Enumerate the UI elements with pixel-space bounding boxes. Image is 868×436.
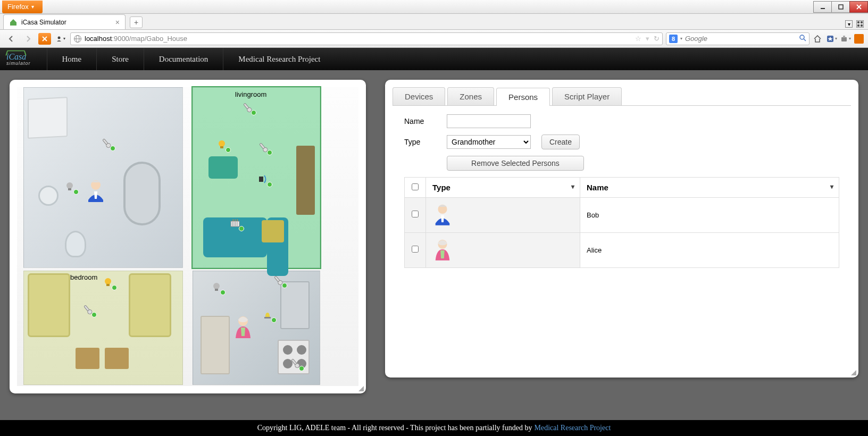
close-window-button[interactable] — [849, 1, 868, 13]
search-box[interactable]: 8 ▾ — [666, 32, 809, 45]
thermometer-icon[interactable] — [288, 356, 302, 370]
floorplan[interactable]: livingroom bedroom — [17, 87, 358, 386]
forward-button[interactable] — [21, 32, 35, 45]
footer-text: Copyright LIG, ADELE team - All right re… — [257, 424, 532, 432]
content-area: livingroom bedroom — [0, 70, 868, 420]
footer: Copyright LIG, ADELE team - All right re… — [0, 420, 868, 436]
xmarks-icon[interactable] — [38, 33, 51, 45]
svg-point-6 — [58, 36, 61, 39]
furniture-shelf — [296, 146, 315, 215]
table-row[interactable]: Alice — [405, 232, 839, 267]
svg-rect-14 — [843, 36, 845, 38]
tab-devices[interactable]: Devices — [393, 87, 445, 105]
svg-rect-25 — [220, 146, 223, 148]
create-button[interactable]: Create — [541, 135, 580, 149]
maximize-button[interactable] — [831, 1, 850, 13]
name-input[interactable] — [447, 114, 531, 128]
svg-point-17 — [66, 182, 73, 189]
type-select[interactable]: Grandmother — [447, 135, 531, 149]
person-grandfather[interactable] — [85, 179, 106, 202]
furniture-cabinet — [28, 97, 68, 139]
tab-close-icon[interactable]: × — [115, 18, 120, 27]
svg-rect-26 — [259, 177, 263, 182]
svg-rect-27 — [231, 221, 239, 227]
search-input[interactable] — [685, 35, 797, 43]
speaker-icon[interactable] — [256, 172, 270, 186]
logo-subtext: simulator — [6, 61, 31, 66]
browser-tab-active[interactable]: iCasa Simulator × — [3, 14, 126, 29]
table-row[interactable]: Bob — [405, 198, 839, 233]
extension-icon[interactable] — [854, 34, 864, 44]
addons-icon[interactable] — [840, 33, 851, 44]
zone-label-bedroom: bedroom — [70, 273, 97, 281]
app-nav: iCasa simulator Home Store Documentation… — [0, 48, 868, 70]
tabs-dropdown-icon[interactable]: ▾ — [845, 20, 853, 28]
chevron-down-icon: ▾ — [830, 183, 833, 190]
tab-zones[interactable]: Zones — [447, 87, 494, 105]
thermometer-icon[interactable] — [81, 303, 95, 316]
minimize-button[interactable] — [813, 1, 832, 13]
furniture-dresser1 — [76, 348, 99, 369]
label-type: Type — [404, 138, 436, 146]
url-bar[interactable]: localhost:9000/map/Gabo_House ☆ ▾ ↻ — [70, 32, 663, 45]
house-icon — [9, 18, 18, 27]
reload-icon[interactable]: ↻ — [654, 35, 660, 43]
url-text: localhost:9000/map/Gabo_House — [85, 35, 187, 43]
svg-rect-1 — [839, 5, 843, 9]
furniture-counter — [201, 316, 230, 374]
thermometer-icon[interactable] — [240, 100, 254, 114]
resize-handle[interactable] — [357, 385, 365, 392]
browser-nav-bar: localhost:9000/map/Gabo_House ☆ ▾ ↻ 8 ▾ — [0, 30, 868, 48]
tabs-grid-icon[interactable] — [856, 20, 864, 28]
furniture-bed-right — [129, 273, 171, 337]
bookmarks-icon[interactable] — [827, 33, 837, 44]
svg-line-11 — [804, 39, 806, 41]
col-type[interactable]: Type▾ — [426, 178, 580, 198]
nav-home[interactable]: Home — [47, 48, 97, 70]
firefox-menu-button[interactable]: Firefox — [2, 1, 43, 13]
thermometer-icon[interactable] — [99, 136, 113, 150]
panel-tabs: Devices Zones Persons Script Player — [393, 87, 851, 106]
cell-name: Bob — [580, 198, 839, 233]
furniture-fridge — [280, 281, 310, 329]
user-dropdown-icon[interactable] — [54, 33, 67, 45]
thermometer-icon[interactable] — [271, 273, 285, 287]
person-grandmother[interactable] — [232, 315, 254, 338]
thermometer-icon[interactable] — [256, 140, 270, 154]
footer-link[interactable]: Medical Research Project — [535, 424, 611, 432]
bulb-on-icon[interactable] — [215, 138, 229, 152]
heater-icon[interactable] — [228, 216, 242, 230]
svg-point-32 — [105, 278, 111, 284]
row-checkbox[interactable] — [412, 211, 419, 217]
chevron-down-icon: ▾ — [571, 183, 574, 190]
row-checkbox[interactable] — [412, 246, 419, 253]
col-name[interactable]: Name▾ — [580, 178, 839, 198]
cell-name: Alice — [580, 232, 839, 267]
bulb-off-icon[interactable] — [210, 280, 223, 294]
bulb-on-icon[interactable] — [101, 275, 115, 289]
furniture-armchair — [208, 156, 238, 179]
bulb-off-icon[interactable] — [63, 180, 77, 194]
svg-rect-3 — [861, 21, 863, 23]
nav-documentation[interactable]: Documentation — [144, 48, 223, 70]
window-controls — [814, 1, 868, 13]
nav-medical-research[interactable]: Medical Research Project — [223, 48, 335, 70]
back-button[interactable] — [4, 32, 18, 45]
nav-store[interactable]: Store — [96, 48, 144, 70]
select-all-checkbox[interactable] — [412, 183, 419, 190]
app-logo[interactable]: iCasa simulator — [6, 52, 31, 66]
new-tab-button[interactable]: + — [130, 16, 143, 28]
svg-rect-0 — [821, 8, 825, 9]
star-icon[interactable]: ☆ — [635, 35, 641, 43]
tab-persons[interactable]: Persons — [496, 88, 550, 106]
home-icon[interactable] — [813, 33, 823, 44]
col-checkbox — [405, 178, 426, 198]
remove-selected-button[interactable]: Remove Selected Persons — [447, 156, 584, 171]
svg-rect-33 — [106, 284, 110, 286]
siren-icon[interactable] — [261, 308, 274, 322]
persons-table: Type▾ Name▾ Bob — [404, 177, 839, 268]
tab-script-player[interactable]: Script Player — [552, 87, 622, 105]
resize-handle[interactable] — [850, 369, 857, 376]
search-icon[interactable] — [799, 35, 806, 43]
zone-label-livingroom: livingroom — [235, 90, 266, 98]
